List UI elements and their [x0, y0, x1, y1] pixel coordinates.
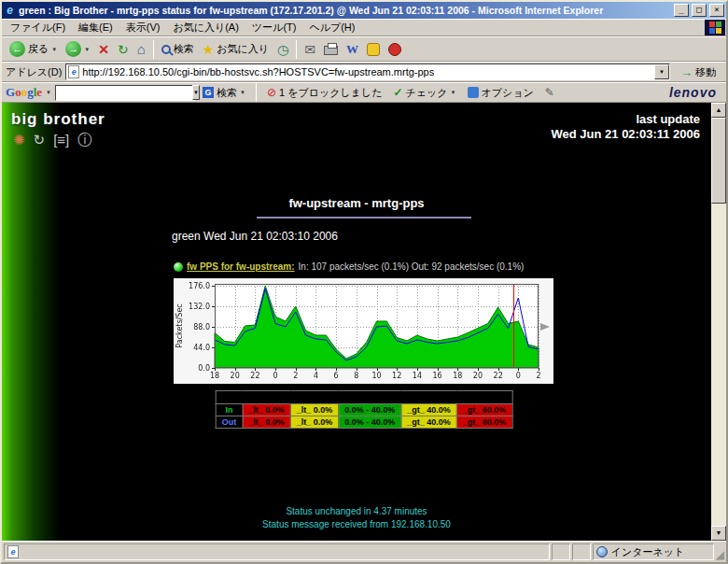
address-input[interactable]	[82, 65, 654, 78]
spell-check-button[interactable]: ✓ チェック ▼	[390, 85, 460, 101]
rules-row-in: In _lt_ 0.0% _lt_ 0.0% 0.0% - 40.0% _gt_…	[216, 404, 512, 416]
back-button[interactable]: ← 戻る ▼	[6, 38, 61, 61]
back-dropdown-icon[interactable]: ▼	[51, 47, 57, 52]
options-label: オプション	[482, 86, 534, 100]
scrollbar-thumb[interactable]	[711, 118, 726, 204]
pen-icon: ✎	[545, 86, 554, 99]
statusbar-panel	[572, 543, 591, 560]
browser-window: e green : Big Brother - mrtg-pps status …	[0, 0, 728, 564]
page-content: big brother ✺ ↻ [≡] ⓘ last update Wed Ju…	[2, 103, 726, 541]
big-brother-logo: big brother	[11, 110, 105, 129]
status-unchanged-text: Status unchanged in 4.37 minutes	[2, 506, 711, 516]
google-search-button-dropdown-icon[interactable]: ▼	[240, 90, 245, 95]
menu-tools[interactable]: ツール(T)	[245, 19, 303, 36]
mrtg-graph-canvas	[174, 278, 553, 384]
statusbar-message-panel: e	[4, 543, 550, 560]
maximize-button[interactable]: □	[692, 4, 707, 17]
bb-star-icon[interactable]: ✺	[13, 133, 25, 148]
go-button[interactable]: → 移動	[674, 64, 722, 80]
realplayer-button[interactable]	[385, 38, 405, 61]
status-bar: e インターネット ◢	[2, 541, 726, 562]
rules-header: Rules	[216, 391, 512, 404]
last-update-block: last update Wed Jun 21 02:03:11 2006	[552, 112, 700, 143]
address-label: アドレス(D)	[6, 65, 62, 79]
back-icon: ←	[9, 41, 25, 57]
google-toolbar: Google ▼ ▼ G 検索 ▼ ⊘ 1 をブロックしました ✓ チェック ▼…	[2, 82, 726, 103]
green-status-ball-icon	[174, 262, 183, 272]
menu-view[interactable]: 表示(V)	[119, 19, 167, 36]
search-label: 検索	[174, 42, 194, 56]
history-icon: ◷	[277, 42, 288, 57]
close-button[interactable]: ×	[709, 4, 724, 17]
windows-flag-icon	[705, 20, 725, 35]
bb-report-icon[interactable]: [≡]	[53, 133, 69, 148]
menu-help[interactable]: ヘルプ(H)	[302, 19, 361, 36]
history-button[interactable]: ◷	[273, 38, 292, 61]
big-brother-header-icons: ✺ ↻ [≡] ⓘ	[13, 133, 92, 148]
home-button[interactable]: ⌂	[133, 38, 149, 61]
report-date: green Wed Jun 21 02:03:10 2006	[172, 230, 338, 243]
toolbar-separator	[296, 40, 297, 59]
popup-blocked-button[interactable]: ⊘ 1 をブロックしました	[263, 85, 386, 101]
service-link[interactable]: fw PPS for fw-upstream:	[187, 261, 295, 272]
address-input-wrap: e ▼	[65, 63, 670, 80]
rules-table-wrap: Rules In _lt_ 0.0% _lt_ 0.0% 0.0% - 40.0…	[216, 390, 513, 429]
back-label: 戻る	[28, 42, 49, 56]
ie-logo-icon: e	[4, 5, 16, 16]
rules-cell: _lt_ 0.0%	[243, 404, 291, 416]
realplayer-icon	[388, 43, 401, 56]
bb-info-icon[interactable]: ⓘ	[77, 133, 92, 148]
scroll-up-button[interactable]: ▲	[711, 103, 726, 118]
window-title: green : Big Brother - mrtg-pps status fo…	[19, 5, 671, 16]
forward-dropdown-icon[interactable]: ▼	[84, 47, 90, 52]
check-dropdown-icon[interactable]: ▼	[451, 90, 456, 95]
rules-cell: _lt_ 0.0%	[243, 416, 291, 429]
google-search-input[interactable]	[56, 87, 192, 99]
bb-refresh-icon[interactable]: ↻	[34, 133, 46, 148]
menu-file[interactable]: ファイル(F)	[4, 19, 72, 36]
favorites-star-icon: ★	[203, 42, 215, 57]
mail-icon: ✉	[304, 42, 315, 57]
rules-row-label: Out	[216, 416, 243, 429]
highlight-button[interactable]: ✎	[541, 85, 558, 100]
window-titlebar[interactable]: e green : Big Brother - mrtg-pps status …	[2, 2, 726, 19]
rules-cell: _gt_ 40.0%	[401, 404, 457, 416]
google-search-label: 検索	[217, 86, 237, 100]
search-button[interactable]: 検索	[158, 38, 198, 61]
google-g-icon: G	[203, 87, 214, 98]
check-label: チェック	[406, 86, 448, 100]
print-icon	[324, 46, 338, 55]
messenger-button[interactable]	[363, 38, 384, 61]
googlebar-separator	[256, 83, 257, 102]
search-icon	[161, 45, 171, 54]
stop-button[interactable]: ✕	[94, 38, 113, 61]
mail-button[interactable]: ✉	[301, 38, 319, 61]
menu-favorites[interactable]: お気に入り(A)	[166, 19, 245, 36]
google-search-button[interactable]: G 検索 ▼	[199, 85, 249, 101]
statusbar-panel	[552, 543, 570, 560]
page-favicon: e	[68, 65, 79, 78]
options-button[interactable]: オプション	[464, 85, 538, 101]
google-logo-dropdown-icon[interactable]: ▼	[46, 90, 51, 95]
forward-button[interactable]: → ▼	[62, 38, 93, 61]
edit-with-word-button[interactable]: W	[343, 38, 362, 61]
refresh-button[interactable]: ↻	[114, 38, 133, 61]
vertical-scrollbar[interactable]: ▲ ▼	[711, 103, 726, 541]
favorites-button[interactable]: ★ お気に入り	[199, 38, 273, 61]
green-gradient-strip	[2, 103, 60, 541]
internet-zone-label: インターネット	[611, 545, 685, 559]
status-received-text: Status message received from 192.168.10.…	[2, 519, 711, 529]
rules-cell: _gt_ 40.0%	[401, 416, 457, 429]
lenovo-logo: lenovo	[669, 85, 717, 100]
rules-row-label: In	[216, 404, 243, 416]
service-status-line: fw PPS for fw-upstream: In: 107 packets/…	[174, 261, 524, 272]
print-button[interactable]	[320, 38, 342, 61]
go-arrow-icon: →	[680, 65, 693, 79]
scroll-down-button[interactable]: ▼	[711, 526, 726, 541]
google-logo[interactable]: Google	[6, 85, 42, 100]
minimize-button[interactable]: _	[674, 4, 689, 17]
menu-edit[interactable]: 編集(E)	[72, 19, 119, 36]
last-update-label: last update	[552, 112, 700, 127]
address-dropdown-button[interactable]: ▼	[654, 64, 669, 79]
resize-grip[interactable]: ◢	[716, 543, 724, 560]
